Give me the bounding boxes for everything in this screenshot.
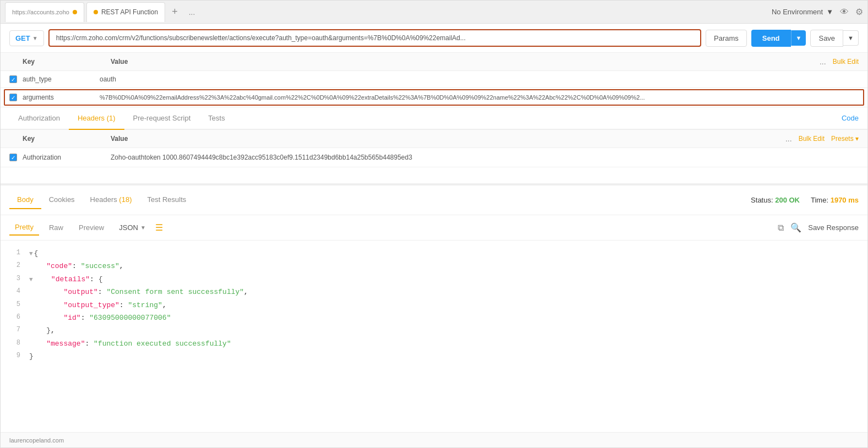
response-meta: Status: 200 OK Time: 1970 ms (751, 196, 859, 204)
param-checkbox-2[interactable] (9, 94, 23, 101)
tab-more-button[interactable]: ... (184, 6, 200, 19)
headers-bulk-edit-button[interactable]: Bulk Edit (799, 135, 825, 143)
body-tab-preview[interactable]: Preview (73, 220, 110, 235)
request-bar: GET ▼ Params Send ▼ Save ▼ (1, 24, 867, 53)
wrap-icon[interactable]: ☰ (155, 222, 163, 233)
response-header: Body Cookies Headers (18) Test Results S… (1, 185, 867, 215)
param-value-arguments: %7B%0D%0A%09%22emailAddress%22%3A%22abc%… (100, 94, 859, 101)
param-key-arguments: arguments (23, 94, 100, 101)
params-bulk-edit-button[interactable]: Bulk Edit (833, 58, 859, 65)
fold-button-1[interactable]: ▼ (29, 250, 33, 257)
send-dropdown-button[interactable]: ▼ (791, 30, 806, 46)
param-row-auth-type: auth_type oauth (1, 71, 867, 88)
save-response-button[interactable]: Save Response (808, 223, 859, 232)
fold-button-3[interactable]: ▼ (29, 276, 33, 283)
tab-dot-1 (73, 10, 77, 14)
param-row-arguments: arguments %7B%0D%0A%09%22emailAddress%22… (4, 89, 864, 106)
save-dropdown-button[interactable]: ▼ (843, 30, 859, 46)
env-chevron: ▼ (826, 8, 833, 16)
code-line-8: 8 "message": "function executed successf… (9, 337, 859, 350)
param-key-auth-type: auth_type (23, 75, 100, 83)
response-tabs: Body Cookies Headers (18) Test Results (9, 191, 194, 209)
resp-tab-cookies[interactable]: Cookies (41, 191, 83, 209)
resp-tab-test-results[interactable]: Test Results (139, 191, 194, 209)
headers-table-header: Key Value ... Bulk Edit Presets ▾ (1, 130, 867, 148)
url-input[interactable] (48, 29, 701, 47)
copy-icon[interactable]: ⧉ (778, 223, 784, 233)
code-line-6: 6 "id": "63095000000077006" (9, 312, 859, 324)
method-chevron: ▼ (32, 35, 38, 41)
header-row-authorization: Authorization Zoho-oauthtoken 1000.86074… (1, 148, 867, 167)
format-chevron: ▼ (140, 225, 146, 231)
response-body-header: Pretty Raw Preview JSON ▼ ☰ ⧉ 🔍 Save Res… (1, 215, 867, 241)
gear-icon[interactable]: ⚙ (855, 7, 863, 17)
tab-add-button[interactable]: + (167, 4, 182, 20)
response-section: Body Cookies Headers (18) Test Results S… (1, 184, 867, 432)
footer-text: laurencopeland.com (9, 437, 64, 444)
body-tab-raw[interactable]: Raw (43, 220, 69, 235)
params-col-value: Value (111, 58, 820, 65)
headers-col-actions: ... Bulk Edit Presets ▾ (785, 134, 859, 143)
send-button[interactable]: Send (751, 30, 791, 47)
time-value: 1970 ms (831, 196, 859, 204)
code-line-1: 1 ▼{ (9, 247, 859, 260)
save-button[interactable]: Save (810, 30, 843, 47)
resp-headers-count: (18) (119, 195, 132, 204)
env-label: No Environment (772, 8, 823, 16)
method-selector[interactable]: GET ▼ (9, 30, 44, 46)
body-actions: ⧉ 🔍 Save Response (778, 222, 859, 233)
save-button-group: Save ▼ (810, 30, 859, 47)
checkbox-arguments[interactable] (9, 94, 17, 101)
headers-count: (1) (107, 114, 116, 122)
search-icon[interactable]: 🔍 (790, 222, 801, 233)
tab-label-2: REST API Function (101, 8, 158, 16)
code-line-4: 4 "output": "Consent form sent successfu… (9, 286, 859, 298)
status-value: 200 OK (775, 196, 800, 204)
format-label: JSON (119, 223, 138, 232)
send-button-group: Send ▼ (751, 30, 806, 47)
tab-accounts[interactable]: https://accounts.zoho (5, 2, 84, 22)
code-button[interactable]: Code (842, 114, 859, 122)
tab-rest-api[interactable]: REST API Function (86, 2, 165, 22)
resp-tab-headers[interactable]: Headers (18) (83, 191, 140, 209)
footer: laurencopeland.com (1, 432, 867, 447)
body-tab-pretty[interactable]: Pretty (9, 220, 39, 236)
params-table-header: Key Value ... Bulk Edit (1, 53, 867, 71)
env-selector[interactable]: No Environment ▼ (772, 8, 833, 16)
format-selector[interactable]: JSON ▼ (114, 221, 151, 234)
headers-col-key: Key (23, 135, 111, 143)
presets-button[interactable]: Presets ▾ (831, 135, 859, 143)
checkbox-auth-type[interactable] (9, 75, 17, 83)
status-label: Status: 200 OK (751, 196, 800, 204)
checkbox-authorization[interactable] (9, 154, 17, 161)
params-col-actions: ... Bulk Edit (820, 57, 859, 66)
tab-pre-request[interactable]: Pre-request Script (124, 107, 200, 130)
code-line-3: 3 ▼ "details": { (9, 273, 859, 286)
params-more-button[interactable]: ... (820, 57, 826, 66)
code-line-5: 5 "output_type": "string", (9, 299, 859, 312)
method-label: GET (15, 34, 30, 42)
params-col-key: Key (23, 58, 111, 65)
headers-section: Key Value ... Bulk Edit Presets ▾ Author… (1, 130, 867, 184)
code-line-9: 9 } (9, 350, 859, 363)
code-line-7: 7 }, (9, 324, 859, 337)
tab-tests[interactable]: Tests (199, 107, 233, 130)
request-tabs-section: Authorization Headers (1) Pre-request Sc… (1, 107, 867, 184)
tab-bar: https://accounts.zoho REST API Function … (1, 1, 867, 24)
headers-col-value: Value (111, 135, 785, 143)
time-label: Time: 1970 ms (811, 196, 859, 204)
code-line-2: 2 "code": "success", (9, 260, 859, 272)
params-button[interactable]: Params (706, 30, 747, 47)
response-code-block: 1 ▼{ 2 "code": "success", 3 ▼ "details":… (1, 241, 867, 370)
tab-dot-2 (94, 10, 98, 14)
env-section: No Environment ▼ 👁 ⚙ (772, 7, 863, 17)
header-key-authorization: Authorization (23, 154, 111, 161)
resp-tab-body[interactable]: Body (9, 191, 41, 209)
eye-icon[interactable]: 👁 (840, 7, 849, 17)
headers-more-button[interactable]: ... (785, 134, 792, 143)
param-value-auth-type: oauth (100, 75, 859, 83)
param-checkbox-1[interactable] (9, 75, 23, 83)
tab-authorization[interactable]: Authorization (9, 107, 69, 130)
header-value-authorization: Zoho-oauthtoken 1000.8607494449c8bc1e392… (111, 154, 859, 161)
tab-headers[interactable]: Headers (1) (69, 107, 124, 130)
